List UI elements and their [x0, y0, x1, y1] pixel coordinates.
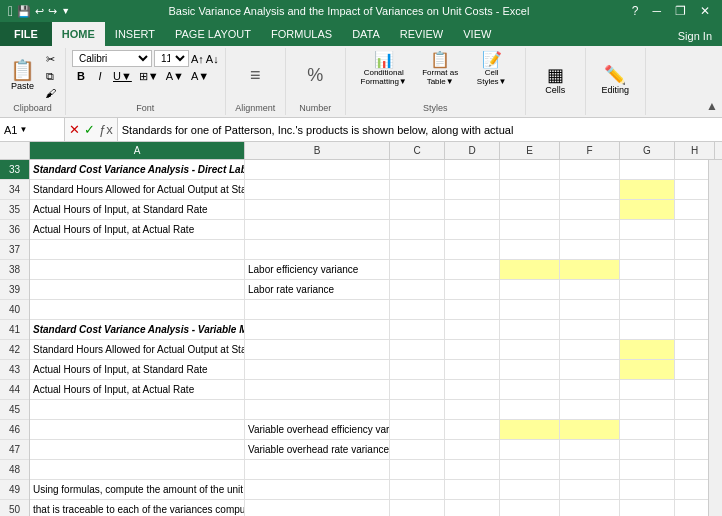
close-btn[interactable]: ✕ — [696, 4, 714, 18]
cell-b35[interactable] — [245, 200, 390, 219]
cell-d45[interactable] — [445, 400, 500, 419]
cell-e46[interactable] — [500, 420, 560, 439]
cell-g40[interactable] — [620, 300, 675, 319]
cell-h44[interactable] — [675, 380, 708, 399]
cell-g36[interactable] — [620, 220, 675, 239]
cell-b44[interactable] — [245, 380, 390, 399]
cell-d37[interactable] — [445, 240, 500, 259]
cell-g48[interactable] — [620, 460, 675, 479]
cell-h42[interactable] — [675, 340, 708, 359]
cell-c41[interactable] — [390, 320, 445, 339]
col-header-d[interactable]: D — [445, 142, 500, 159]
cell-g46[interactable] — [620, 420, 675, 439]
cell-e47[interactable] — [500, 440, 560, 459]
confirm-formula-btn[interactable]: ✓ — [84, 122, 95, 137]
number-icon[interactable]: % — [307, 65, 323, 86]
cell-d39[interactable] — [445, 280, 500, 299]
cell-a39[interactable] — [30, 280, 245, 299]
cell-h47[interactable] — [675, 440, 708, 459]
formula-input[interactable] — [117, 118, 722, 141]
cell-b40[interactable] — [245, 300, 390, 319]
cell-h45[interactable] — [675, 400, 708, 419]
cell-b48[interactable] — [245, 460, 390, 479]
cell-e44[interactable] — [500, 380, 560, 399]
cells-button[interactable]: ▦ Cells — [541, 64, 569, 97]
cell-a44[interactable]: Actual Hours of Input, at Actual Rate — [30, 380, 245, 399]
cell-b47[interactable]: Variable overhead rate variance — [245, 440, 390, 459]
col-header-e[interactable]: E — [500, 142, 560, 159]
cell-d35[interactable] — [445, 200, 500, 219]
cell-c33[interactable] — [390, 160, 445, 179]
border-button[interactable]: ⊞▼ — [136, 69, 162, 84]
cell-f50[interactable] — [560, 500, 620, 516]
col-header-i[interactable]: I — [715, 142, 722, 159]
cell-e50[interactable] — [500, 500, 560, 516]
format-painter-button[interactable]: 🖌 — [41, 86, 59, 100]
underline-button[interactable]: U▼ — [110, 69, 135, 84]
cancel-formula-btn[interactable]: ✕ — [69, 122, 80, 137]
insert-function-btn[interactable]: ƒx — [99, 122, 113, 137]
cell-c38[interactable] — [390, 260, 445, 279]
cell-h34[interactable] — [675, 180, 708, 199]
cell-d46[interactable] — [445, 420, 500, 439]
cell-b38[interactable]: Labor efficiency variance — [245, 260, 390, 279]
cell-a46[interactable] — [30, 420, 245, 439]
cell-g42[interactable] — [620, 340, 675, 359]
cell-a33[interactable]: Standard Cost Variance Analysis - Direct… — [30, 160, 245, 179]
cell-f45[interactable] — [560, 400, 620, 419]
cell-f41[interactable] — [560, 320, 620, 339]
cell-e39[interactable] — [500, 280, 560, 299]
cell-e40[interactable] — [500, 300, 560, 319]
cell-d41[interactable] — [445, 320, 500, 339]
cell-a49[interactable]: Using formulas, compute the amount of th… — [30, 480, 245, 499]
minimize-btn[interactable]: ─ — [648, 4, 665, 18]
alignment-icon[interactable]: ≡ — [250, 65, 261, 86]
cell-f35[interactable] — [560, 200, 620, 219]
cell-c44[interactable] — [390, 380, 445, 399]
tab-formulas[interactable]: FORMULAS — [261, 22, 342, 46]
cell-b45[interactable] — [245, 400, 390, 419]
col-header-h[interactable]: H — [675, 142, 715, 159]
cell-a36[interactable]: Actual Hours of Input, at Actual Rate — [30, 220, 245, 239]
decrease-font-btn[interactable]: A↓ — [206, 53, 219, 65]
cell-h49[interactable] — [675, 480, 708, 499]
cell-h36[interactable] — [675, 220, 708, 239]
col-header-b[interactable]: B — [245, 142, 390, 159]
editing-button[interactable]: ✏️ Editing — [597, 64, 633, 97]
cell-d40[interactable] — [445, 300, 500, 319]
tab-page-layout[interactable]: PAGE LAYOUT — [165, 22, 261, 46]
cell-c42[interactable] — [390, 340, 445, 359]
tab-home[interactable]: HOME — [52, 22, 105, 46]
cell-c40[interactable] — [390, 300, 445, 319]
cell-e37[interactable] — [500, 240, 560, 259]
cell-b42[interactable] — [245, 340, 390, 359]
cell-h37[interactable] — [675, 240, 708, 259]
cell-h40[interactable] — [675, 300, 708, 319]
col-header-g[interactable]: G — [620, 142, 675, 159]
cell-c48[interactable] — [390, 460, 445, 479]
cell-b37[interactable] — [245, 240, 390, 259]
cell-c39[interactable] — [390, 280, 445, 299]
cell-d34[interactable] — [445, 180, 500, 199]
cell-ref-dropdown[interactable]: ▼ — [19, 125, 27, 134]
cell-e38[interactable] — [500, 260, 560, 279]
cell-f46[interactable] — [560, 420, 620, 439]
cell-a50[interactable]: that is traceable to each of the varianc… — [30, 500, 245, 516]
cell-c36[interactable] — [390, 220, 445, 239]
cell-c43[interactable] — [390, 360, 445, 379]
font-color-button[interactable]: A▼ — [188, 69, 212, 84]
conditional-formatting-button[interactable]: 📊 ConditionalFormatting▼ — [356, 50, 411, 89]
cell-a40[interactable] — [30, 300, 245, 319]
cell-h33[interactable] — [675, 160, 708, 179]
cell-b43[interactable] — [245, 360, 390, 379]
cell-c35[interactable] — [390, 200, 445, 219]
paste-button[interactable]: 📋 Paste — [6, 58, 39, 93]
cell-g43[interactable] — [620, 360, 675, 379]
cell-b41[interactable] — [245, 320, 390, 339]
help-btn[interactable]: ? — [628, 4, 643, 18]
cell-a37[interactable] — [30, 240, 245, 259]
fill-color-button[interactable]: A▼ — [163, 69, 187, 84]
cell-a45[interactable] — [30, 400, 245, 419]
format-as-table-button[interactable]: 📋 Format asTable▼ — [415, 50, 465, 89]
col-header-c[interactable]: C — [390, 142, 445, 159]
